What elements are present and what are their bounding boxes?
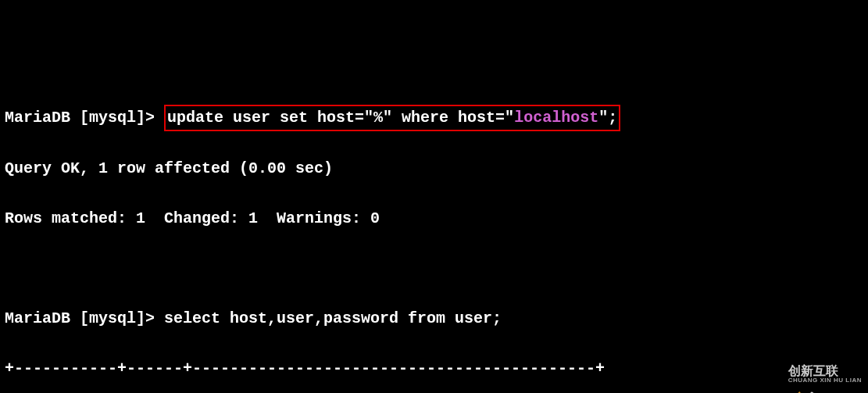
- rows-matched-line: Rows matched: 1 Changed: 1 Warnings: 0: [5, 206, 863, 231]
- highlight-update-command: update user set host="%" where host="loc…: [164, 105, 620, 131]
- select-command-text: select host,user,password from user;: [164, 309, 502, 327]
- blank-line: [5, 256, 863, 281]
- watermark-en-text: CHUANG XIN HU LIAN: [788, 377, 862, 384]
- svg-point-0: [796, 388, 817, 393]
- watermark-text: 创新互联 CHUANG XIN HU LIAN: [788, 365, 862, 384]
- db-prompt: MariaDB [mysql]>: [5, 309, 164, 327]
- query-ok-line: Query OK, 1 row affected (0.00 sec): [5, 156, 863, 181]
- watermark: 创新互联 CHUANG XIN HU LIAN: [759, 362, 862, 387]
- table-border-top: +-----------+------+--------------------…: [5, 356, 863, 381]
- line-select-cmd: MariaDB [mysql]> select host,user,passwo…: [5, 306, 863, 331]
- db-prompt: MariaDB [mysql]>: [5, 109, 164, 127]
- watermark-logo-icon: [759, 362, 784, 387]
- localhost-value: localhost: [514, 109, 598, 127]
- line-update-cmd: MariaDB [mysql]> update user set host="%…: [5, 105, 863, 131]
- watermark-cn-text: 创新互联: [788, 365, 862, 377]
